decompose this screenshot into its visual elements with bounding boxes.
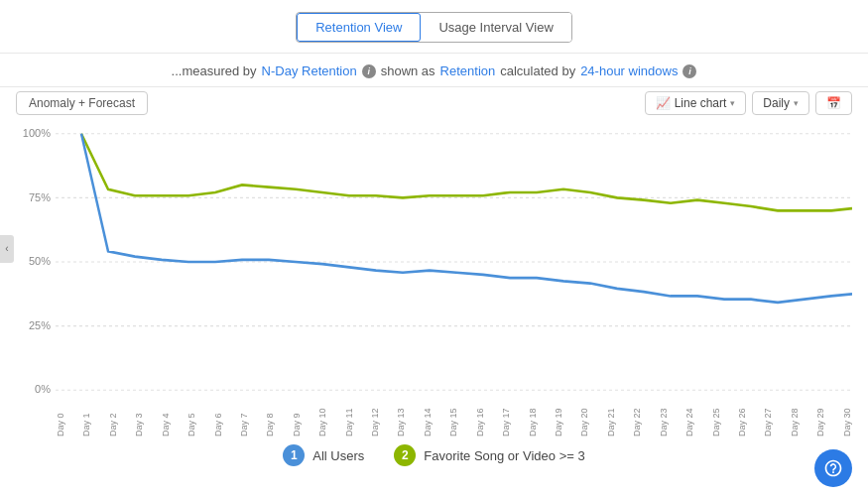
x-label: Day 12 bbox=[370, 401, 380, 436]
x-label: Day 25 bbox=[711, 401, 721, 436]
svg-text:0%: 0% bbox=[35, 383, 51, 395]
left-scroll-arrow[interactable]: ‹ bbox=[0, 235, 14, 263]
legend-item-all-users: 1 All Users bbox=[283, 444, 364, 466]
x-label: Day 18 bbox=[528, 401, 538, 436]
x-label: Day 0 bbox=[56, 401, 65, 436]
x-label: Day 14 bbox=[423, 401, 433, 436]
x-label: Day 28 bbox=[790, 401, 800, 436]
x-label: Day 7 bbox=[239, 401, 249, 436]
legend-label-1: All Users bbox=[312, 448, 364, 463]
x-label: Day 16 bbox=[475, 401, 485, 436]
period-label: Daily bbox=[763, 96, 790, 110]
legend: 1 All Users 2 Favorite Song or Video >= … bbox=[0, 436, 868, 470]
chart-type-dropdown[interactable]: 📈 Line chart ▾ bbox=[645, 91, 747, 115]
svg-text:50%: 50% bbox=[29, 255, 51, 267]
period-dropdown[interactable]: Daily ▾ bbox=[752, 91, 809, 115]
x-label: Day 3 bbox=[134, 401, 144, 436]
x-label: Day 30 bbox=[842, 401, 852, 436]
x-label: Day 24 bbox=[684, 401, 694, 436]
calculated-by-label: calculated by bbox=[500, 63, 575, 78]
svg-text:25%: 25% bbox=[29, 318, 51, 330]
shown-as-link[interactable]: Retention bbox=[440, 63, 496, 78]
svg-text:100%: 100% bbox=[23, 127, 51, 139]
line-chart-icon: 📈 bbox=[656, 96, 671, 110]
x-label: Day 20 bbox=[579, 401, 589, 436]
legend-badge-1: 1 bbox=[283, 444, 305, 466]
tab-bar: Retention View Usage Interval View bbox=[0, 0, 868, 54]
chart-toolbar: Anomaly + Forecast 📈 Line chart ▾ Daily … bbox=[0, 87, 868, 119]
view-tabs: Retention View Usage Interval View bbox=[296, 12, 572, 43]
legend-badge-2: 2 bbox=[394, 444, 416, 466]
x-label: Day 10 bbox=[317, 401, 327, 436]
legend-label-2: Favorite Song or Video >= 3 bbox=[424, 448, 584, 463]
chart-type-label: Line chart bbox=[675, 96, 727, 110]
x-axis-row: Day 0Day 1Day 2Day 3Day 4Day 5Day 6Day 7… bbox=[56, 401, 852, 436]
calendar-icon: 📅 bbox=[826, 96, 841, 110]
chevron-down-icon-period: ▾ bbox=[794, 98, 799, 108]
shown-as-label: shown as bbox=[381, 63, 435, 78]
help-icon bbox=[823, 458, 843, 478]
x-label: Day 22 bbox=[632, 401, 642, 436]
measured-by-prefix: ...measured by bbox=[172, 63, 257, 78]
x-label: Day 27 bbox=[763, 401, 773, 436]
x-label: Day 17 bbox=[501, 401, 511, 436]
x-label: Day 21 bbox=[606, 401, 616, 436]
calendar-button[interactable]: 📅 bbox=[815, 91, 852, 115]
x-label: Day 6 bbox=[213, 401, 223, 436]
metric-info-icon[interactable]: i bbox=[362, 64, 376, 78]
x-label: Day 5 bbox=[186, 401, 196, 436]
x-label: Day 2 bbox=[108, 401, 118, 436]
calculated-by-info-icon[interactable]: i bbox=[682, 64, 696, 78]
x-label: Day 9 bbox=[292, 401, 302, 436]
svg-text:75%: 75% bbox=[29, 190, 51, 202]
x-label: Day 19 bbox=[554, 401, 563, 436]
x-label: Day 15 bbox=[448, 401, 458, 436]
chart-svg: 100% 75% 50% 25% 0% bbox=[16, 123, 852, 401]
x-label: Day 29 bbox=[815, 401, 825, 436]
x-label: Day 1 bbox=[81, 401, 91, 436]
x-label: Day 23 bbox=[659, 401, 669, 436]
tab-usage-interval-view[interactable]: Usage Interval View bbox=[421, 13, 570, 42]
legend-item-favorite: 2 Favorite Song or Video >= 3 bbox=[394, 444, 584, 466]
anomaly-forecast-button[interactable]: Anomaly + Forecast bbox=[16, 91, 148, 115]
measured-by-bar: ...measured by N-Day Retention i shown a… bbox=[0, 54, 868, 87]
metric-link[interactable]: N-Day Retention bbox=[262, 63, 357, 78]
x-label: Day 11 bbox=[344, 401, 354, 436]
toolbar-right: 📈 Line chart ▾ Daily ▾ 📅 bbox=[645, 91, 852, 115]
x-label: Day 8 bbox=[265, 401, 275, 436]
x-label: Day 4 bbox=[161, 401, 171, 436]
chart-container: 100% 75% 50% 25% 0% // Will be populated… bbox=[16, 123, 852, 401]
calculated-by-link[interactable]: 24-hour windows bbox=[580, 63, 678, 78]
x-label: Day 13 bbox=[396, 401, 406, 436]
tab-retention-view[interactable]: Retention View bbox=[297, 13, 421, 42]
chevron-down-icon: ▾ bbox=[730, 98, 735, 108]
help-button[interactable] bbox=[814, 449, 852, 487]
x-label: Day 26 bbox=[737, 401, 747, 436]
